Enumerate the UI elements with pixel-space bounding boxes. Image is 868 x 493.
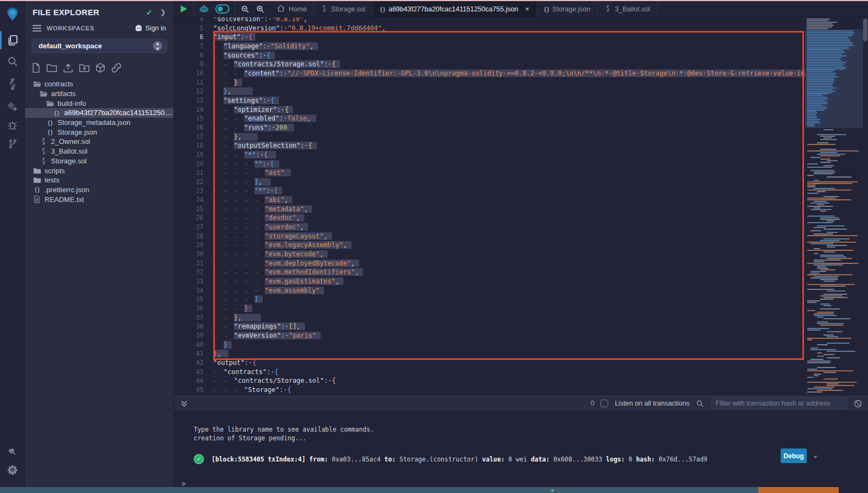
code-line-44[interactable]: 44→→"contracts/Storage.sol":·{ — [174, 376, 805, 385]
tree-item-3-ballot-sol[interactable]: 3_Ballot.sol — [25, 147, 174, 156]
code-line-14[interactable]: 14→→"optimizer":·{ — [174, 105, 805, 115]
code-line-27[interactable]: 27→→→→→"userdoc", — [174, 223, 805, 232]
line-number[interactable]: 4 — [174, 17, 203, 24]
line-number[interactable]: 28 — [174, 232, 203, 241]
code-line-29[interactable]: 29→→→→→"evm.legacyAssembly", — [174, 241, 805, 250]
code-line-30[interactable]: 30→→→→→"evm.bytecode", — [174, 250, 805, 259]
sign-in-button[interactable]: Sign in — [135, 24, 166, 32]
code-line-5[interactable]: 5"solcLongVersion":·"0.8.19+commit.7dd6d… — [174, 24, 805, 33]
tree-item-tests[interactable]: tests — [25, 175, 174, 185]
chevron-right-icon[interactable]: ❯ — [160, 8, 166, 16]
workspace-stepper-icon[interactable]: ▲▼ — [153, 41, 162, 50]
code-line-39[interactable]: 39→→"evmVersion":·"paris" — [174, 331, 805, 340]
tree-item--prettierrc-json[interactable]: { }.prettierrc.json — [25, 185, 174, 195]
code-line-41[interactable]: 41}, — [174, 349, 805, 358]
tree-item-2-owner-sol[interactable]: 2_Owner.sol — [25, 137, 174, 147]
line-number[interactable]: 35 — [174, 295, 203, 304]
code-line-6[interactable]: 6"input":·{ — [174, 33, 805, 42]
tx-expand-chevron-icon[interactable]: ⌄ — [813, 451, 818, 459]
line-number[interactable]: 5 — [174, 24, 203, 33]
plugin-manager-icon[interactable] — [0, 444, 25, 458]
debug-button[interactable]: Debug — [781, 448, 807, 463]
line-number[interactable]: 23 — [174, 186, 203, 195]
debugger-icon[interactable] — [0, 118, 25, 132]
line-number[interactable]: 10 — [174, 69, 203, 78]
tree-item-readme-txt[interactable]: README.txt — [25, 194, 174, 204]
code-line-23[interactable]: 23→→→→"*":·[ — [174, 186, 805, 195]
code-line-36[interactable]: 36→→→} — [174, 304, 805, 313]
line-number[interactable]: 31 — [174, 259, 203, 268]
tree-item-contracts[interactable]: contracts — [25, 79, 174, 89]
code-line-13[interactable]: 13→"settings":·{ — [174, 96, 805, 105]
line-number[interactable]: 24 — [174, 195, 203, 205]
scrollbar-thumb[interactable] — [863, 18, 867, 41]
tree-item-storage-sol[interactable]: Storage.sol — [25, 156, 174, 166]
clear-console-icon[interactable] — [854, 400, 862, 408]
code-line-12[interactable]: 12→}, — [174, 87, 805, 96]
code-line-45[interactable]: 45→→→"Storage":·{ — [174, 385, 805, 395]
line-number[interactable]: 30 — [174, 250, 203, 259]
line-number[interactable]: 27 — [174, 223, 203, 232]
code-line-11[interactable]: 11→→} — [174, 78, 805, 87]
search-icon[interactable] — [0, 54, 25, 68]
line-number[interactable]: 20 — [174, 160, 203, 169]
line-number[interactable]: 45 — [174, 385, 203, 395]
line-number[interactable]: 16 — [174, 123, 203, 132]
code-line-31[interactable]: 31→→→→→"evm.deployedBytecode", — [174, 259, 805, 268]
line-number[interactable]: 9 — [174, 60, 203, 69]
code-line-25[interactable]: 25→→→→→"metadata", — [174, 205, 805, 214]
line-number[interactable]: 33 — [174, 277, 203, 286]
code-line-17[interactable]: 17→→}, — [174, 132, 805, 142]
tab-3-ballot-sol[interactable]: 3_Ballot.sol — [598, 1, 658, 17]
code-line-19[interactable]: 19→→→"*":·{ — [174, 150, 805, 160]
play-icon[interactable] — [180, 5, 188, 13]
line-number[interactable]: 37 — [174, 313, 203, 323]
transaction-filter-input[interactable] — [711, 397, 847, 409]
code-line-22[interactable]: 22→→→→], — [174, 178, 805, 187]
code-line-18[interactable]: 18→→"outputSelection":·{ — [174, 141, 805, 150]
tab-home[interactable]: Home — [270, 1, 314, 17]
line-number[interactable]: 13 — [174, 96, 203, 105]
code-line-24[interactable]: 24→→→→→"abi", — [174, 195, 805, 205]
link-icon[interactable] — [111, 63, 122, 73]
transaction-log-row[interactable]: ✓ [block:5583405 txIndex:4] from: 0xa03.… — [194, 454, 707, 464]
code-line-32[interactable]: 32→→→→→"evm.methodIdentifiers", — [174, 268, 805, 277]
line-number[interactable]: 41 — [174, 349, 203, 358]
line-number[interactable]: 22 — [174, 178, 203, 187]
line-number[interactable]: 11 — [174, 78, 203, 87]
upload-file-icon[interactable] — [63, 63, 73, 73]
line-number[interactable]: 40 — [174, 340, 203, 350]
new-file-icon[interactable] — [31, 63, 41, 73]
code-line-4[interactable]: 4"solcVersion":·"0.8.19", — [174, 17, 805, 24]
tree-item-a69b43f277ba20fcac141151250ca7-[interactable]: { }a69b43f277ba20fcac141151250ca7... — [25, 108, 174, 118]
terminal-search-icon[interactable] — [696, 400, 704, 408]
close-tab-icon[interactable]: × — [525, 5, 529, 13]
code-line-38[interactable]: 38→→"remappings":·[], — [174, 322, 805, 331]
line-number[interactable]: 42 — [174, 358, 203, 368]
git-icon[interactable] — [0, 137, 25, 151]
zoom-in-icon[interactable] — [256, 5, 265, 14]
code-line-9[interactable]: 9→→"contracts/Storage.sol":·{ — [174, 60, 805, 69]
tree-item-artifacts[interactable]: artifacts — [25, 89, 174, 99]
line-number[interactable]: 14 — [174, 105, 203, 115]
line-number[interactable]: 43 — [174, 368, 203, 377]
code-line-21[interactable]: 21→→→→→"ast" — [174, 168, 805, 178]
line-number[interactable]: 12 — [174, 87, 203, 96]
listen-checkbox[interactable] — [601, 400, 608, 407]
line-number[interactable]: 34 — [174, 286, 203, 295]
new-folder-icon[interactable] — [47, 63, 57, 73]
tree-item-storage-json[interactable]: { }Storage.json — [25, 127, 174, 137]
line-number[interactable]: 15 — [174, 114, 203, 123]
code-line-43[interactable]: 43→"contracts":·{ — [174, 368, 805, 377]
terminal-output[interactable]: Type the library name to see available c… — [174, 410, 868, 487]
code-line-34[interactable]: 34→→→→→"evm.assembly" — [174, 286, 805, 295]
terminal-prompt[interactable]: > — [182, 480, 186, 488]
tab-storage-sol[interactable]: Storage.sol — [314, 1, 373, 17]
tree-item-storage-metadata-json[interactable]: { }Storage_metadata.json — [25, 118, 174, 128]
line-number[interactable]: 17 — [174, 132, 203, 142]
tree-item-scripts[interactable]: scripts — [25, 166, 174, 175]
line-number[interactable]: 26 — [174, 213, 203, 223]
code-line-37[interactable]: 37→→}, — [174, 313, 805, 323]
line-number[interactable]: 36 — [174, 304, 203, 313]
code-line-15[interactable]: 15→→→"enabled":·false, — [174, 114, 805, 123]
